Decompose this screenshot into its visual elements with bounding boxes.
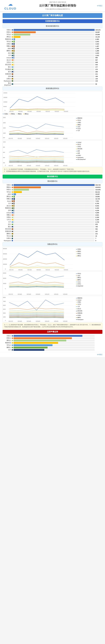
wechat-chart1-legend: 百度云 网易云 阿里云 腾讯云 [76,247,82,270]
bar-label: 阿里云 [2,189,12,190]
svg-text:5月22日: 5月22日 [54,165,58,166]
baidu-bar-row: 华为云 1,643 [2,40,102,42]
svg-text:5月18日: 5月18日 [18,111,22,112]
bar-value: 649 [94,62,102,63]
wechat-bar-row: 鹏博士 211 [2,233,102,235]
bar-track [14,202,94,204]
bar-dot [12,212,13,213]
bar-dot [12,71,13,72]
svg-text:4500: 4500 [3,308,6,310]
bar-dot [12,217,13,218]
baidu-bar-row: 七牛 1,022 [2,54,102,56]
baidu-bar-row: Rackspace 116 [2,80,102,82]
bar-track [14,34,94,36]
bar-label: 网易云 [2,186,12,188]
baidu-bar-row: 荣数云 1,497 [2,45,102,47]
bar-label: 品高 [2,75,12,77]
bar-dot [12,84,13,85]
wechat-bar-row: 百度云 649,784 [2,184,102,186]
bar-label: Ucloud [2,212,12,214]
bar-label: 网易科技 [2,342,12,344]
bar-dot [12,228,13,230]
bar-track [14,224,94,225]
bar-track [14,189,94,190]
bar-track [14,57,94,58]
bar-fill [14,214,14,216]
bar-value: 657 [94,59,102,61]
svg-text:5月21日: 5月21日 [45,321,49,322]
bar-track [14,184,94,186]
wechat-chart-2: 60000 40000 20000 0 5月17日 5月18日 5月19日 5月… [2,272,102,295]
bar-track [14,52,94,54]
svg-text:2500: 2500 [3,117,6,118]
bar-value: 591 [94,228,102,230]
baidu-bar-row: 比格云 135 [2,78,102,80]
bar-dot [12,347,13,348]
bar-dot [12,233,13,234]
bar-dot [12,66,13,68]
bar-dot [12,64,13,65]
wechat-bar-row: 华为云 66,414 [2,191,102,193]
bar-dot [12,74,13,75]
bar-fill [14,226,14,228]
bar-value: 120,241 [94,29,102,31]
svg-text:5月22日: 5月22日 [55,269,59,270]
bar-label: 荣数云 [2,214,12,216]
wechat-bar-row: 七牛 1,719 [2,221,102,223]
bar-value: 124,055 [94,189,102,190]
bar-fill [14,219,14,220]
bar-label: 品云 [2,223,12,225]
bar-fill [14,48,14,49]
bar-value: 10 [94,235,102,237]
svg-text:200000: 200000 [4,92,7,94]
bar-dot [12,335,13,336]
bar-label: 腾讯云 [2,36,12,38]
bar-value: 2,109 [94,219,102,220]
wechat-section-title: 微信指数对比 [2,174,102,178]
baidu-chart-2: 2500 2000 1500 1000 500 5月17日 5月18日 5月19… [2,116,102,140]
bar-track [14,186,94,188]
bar-value: 4,208 [94,212,102,214]
brand-bar-row: 阿里云 [2,337,102,339]
wechat-bar-row: 荣数云 10,739 [2,198,102,200]
bar-fill [14,186,41,188]
bar-label: 金山云 [2,205,12,207]
brand-bar-row: 百度云 [2,335,102,337]
bar-value: 218,812 [94,186,102,188]
bar-track [14,205,94,207]
bar-label: 乐视云 [2,216,12,218]
wechat-bar-row: 腾讯云 10,881 [2,196,102,198]
wechat-bar-row: 金山云 6,542 [2,205,102,207]
svg-text:600000: 600000 [3,253,7,254]
bar-label: AWS [2,48,12,49]
svg-text:5月22日: 5月22日 [54,294,58,295]
bar-value: 2,621 [94,214,102,216]
bar-label: 荣数云 [2,45,12,47]
bar-label: Ucloud [2,57,12,58]
svg-text:5月21日: 5月21日 [46,111,50,112]
bar-dot [12,198,13,200]
bar-dot [12,194,13,195]
bar-fill [14,205,14,207]
svg-text:5月21日: 5月21日 [45,165,49,166]
bar-track [14,62,94,63]
wechat-bar-row: Azure 7,912 [2,200,102,202]
bar-label: 华为云 [2,40,12,42]
bar-track [14,38,94,40]
wechat-note-text: 注：1、以上数据来源于微信指数；微信指数数未收录谷歌云、平安金融云、宝之之，故各… [4,324,101,328]
wechat-bar-row: 七牛云 2,109 [2,219,102,220]
baidu-bar-row: 青云QingCloud 58 [2,82,102,86]
bar-track [14,340,94,342]
bar-value: 2,159 [94,216,102,218]
bar-fill [14,191,22,193]
bar-dot [12,205,13,206]
brand-section-title: 品牌声量监测 [2,330,102,334]
wechat-bar-row: Rackspace 0 [2,240,102,242]
bar-dot [12,57,13,58]
bar-value: 32,997 [94,32,102,33]
svg-text:5月20日: 5月20日 [36,165,40,166]
bar-label: 百度云 [2,335,12,337]
bar-fill [14,184,94,186]
baidu-bar-row: 腾讯云 10,150 [2,36,102,38]
bar-value: 7,912 [94,200,102,202]
